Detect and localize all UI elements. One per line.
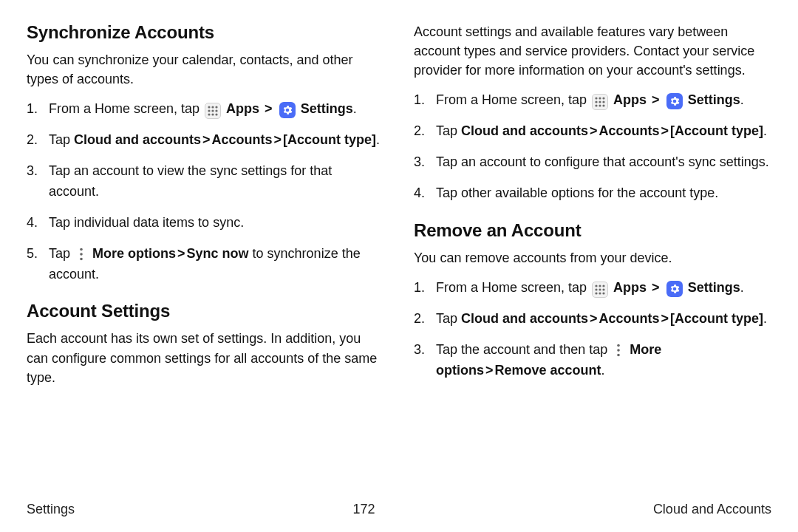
svg-point-27 [595,292,597,294]
footer-right: Cloud and Accounts [653,502,771,517]
intro-account-settings: Each account has its own set of settings… [27,329,384,386]
step-text: Tap an account to configure that account… [436,154,769,169]
list-item: Tap Cloud and accounts>Accounts>[Account… [27,130,384,151]
gear-icon [279,102,296,118]
period: . [353,101,357,116]
svg-point-6 [208,114,210,116]
list-item: Tap an account to configure that account… [414,152,771,173]
list-item: From a Home screen, tap Apps > Settings. [27,99,384,120]
step-text: Tap [436,311,461,326]
intro-remove: You can remove accounts from your device… [414,248,771,267]
bold-text: [Account type] [670,311,763,326]
heading-remove-account: Remove an Account [414,220,771,241]
step-text: Tap [49,132,74,147]
left-column: Synchronize Accounts You can synchronize… [27,22,384,398]
period: . [740,92,744,107]
svg-point-28 [598,292,601,294]
chevron-icon: > [201,132,212,147]
step-text: From a Home screen, tap [436,92,590,107]
footer-page-number: 172 [352,502,375,517]
step-text: Tap an account to view the sync settings… [49,163,332,199]
svg-point-18 [595,105,597,107]
svg-point-31 [617,349,620,352]
step-text: Tap other available options for the acco… [436,185,718,200]
chevron-icon: > [263,101,274,116]
intro-right: Account settings and available features … [414,22,771,80]
bold-text: Remove account [495,363,601,378]
step-text: From a Home screen, tap [49,101,203,116]
heading-account-settings: Account Settings [27,301,384,321]
chevron-icon: > [588,123,599,138]
bold-text: Cloud and accounts [461,311,588,326]
svg-point-0 [208,106,210,109]
step-text: Tap [436,123,461,138]
list-item: Tap the account and then tap More option… [414,340,771,381]
chevron-icon: > [273,132,284,147]
period: . [376,132,380,147]
list-item: Tap Cloud and accounts>Accounts>[Account… [414,121,771,142]
step-text: Tap individual data items to sync. [49,215,244,230]
list-item: Tap Cloud and accounts>Accounts>[Account… [414,309,771,330]
svg-point-1 [211,106,214,109]
bold-text: [Account type] [283,132,376,147]
chevron-icon: > [484,363,495,378]
svg-point-11 [80,257,83,260]
more-options-icon [613,342,624,358]
steps-remove: From a Home screen, tap Apps > Settings.… [414,278,771,381]
period: . [601,363,605,378]
svg-point-14 [602,98,604,100]
apps-icon [205,103,221,119]
svg-point-25 [598,288,601,290]
settings-label: Settings [301,101,353,116]
intro-synchronize: You can synchronize your calendar, conta… [27,50,384,89]
page-footer: Settings 172 Cloud and Accounts [27,502,771,517]
svg-point-20 [602,105,604,107]
svg-point-3 [208,110,210,112]
chevron-icon: > [176,246,187,261]
svg-point-10 [80,253,83,256]
svg-point-30 [617,344,620,347]
bold-text: Accounts [212,132,273,147]
footer-left: Settings [27,502,75,517]
chevron-icon: > [660,123,671,138]
list-item: Tap other available options for the acco… [414,183,771,204]
svg-point-7 [211,114,214,116]
steps-synchronize: From a Home screen, tap Apps > Settings.… [27,99,384,284]
bold-text: Cloud and accounts [74,132,201,147]
right-column: Account settings and available features … [414,22,771,398]
svg-point-15 [595,101,597,103]
svg-point-9 [80,248,83,250]
list-item: Tap an account to view the sync settings… [27,161,384,202]
bold-text: Sync now [187,246,249,261]
chevron-icon: > [650,92,661,107]
bold-text: Accounts [599,123,660,138]
bold-text: [Account type] [670,123,763,138]
svg-point-2 [215,106,217,109]
apps-label: Apps [226,101,259,116]
period: . [740,280,744,295]
list-item: Tap More options>Sync now to synchronize… [27,244,384,285]
bold-text: More options [92,246,176,261]
settings-label: Settings [688,280,740,295]
list-item: From a Home screen, tap Apps > Settings. [414,278,771,299]
svg-point-22 [598,284,601,287]
svg-point-17 [602,101,604,103]
svg-point-24 [595,288,597,290]
step-text: Tap [49,246,74,261]
period: . [763,311,767,326]
svg-point-23 [602,284,604,287]
svg-point-13 [598,98,601,100]
steps-account-settings: From a Home screen, tap Apps > Settings.… [414,90,771,204]
apps-label: Apps [613,92,647,107]
more-options-icon [75,246,87,262]
svg-point-29 [602,292,604,294]
chevron-icon: > [650,280,661,295]
chevron-icon: > [588,311,599,326]
gear-icon [666,281,683,297]
apps-label: Apps [613,280,647,295]
list-item: Tap individual data items to sync. [27,213,384,233]
gear-icon [666,93,683,109]
period: . [763,123,767,138]
step-text: From a Home screen, tap [436,280,590,295]
apps-icon [592,94,608,110]
